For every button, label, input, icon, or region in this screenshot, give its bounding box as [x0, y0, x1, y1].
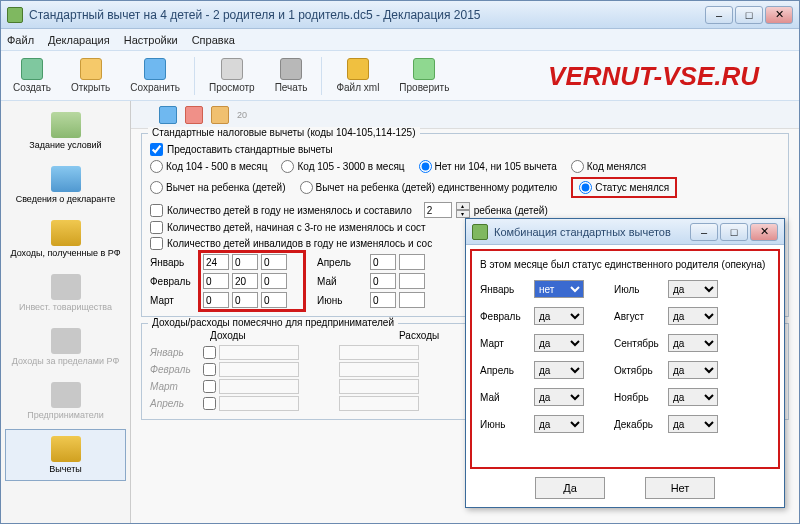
- sel-mar[interactable]: да: [534, 334, 584, 352]
- check-icon: [413, 58, 435, 80]
- dialog-minimize[interactable]: –: [690, 223, 718, 241]
- sel-feb[interactable]: да: [534, 307, 584, 325]
- sel-jul[interactable]: да: [668, 280, 718, 298]
- may-v1[interactable]: [370, 273, 396, 289]
- month-mar-label: Март: [150, 295, 200, 306]
- mini-tool-1[interactable]: [159, 106, 177, 124]
- invest-icon: [51, 274, 81, 300]
- entr-jan-expense[interactable]: [339, 345, 419, 360]
- may-v2[interactable]: [399, 273, 425, 289]
- apr-v2[interactable]: [399, 254, 425, 270]
- view-button[interactable]: Просмотр: [203, 56, 261, 95]
- sel-nov[interactable]: да: [668, 388, 718, 406]
- income-icon: [51, 220, 81, 246]
- print-button[interactable]: Печать: [269, 56, 314, 95]
- sidebar-invest: Инвест. товарищества: [5, 267, 126, 319]
- dialog-icon: [472, 224, 488, 240]
- sidebar-entrepreneurs: Предприниматели: [5, 375, 126, 427]
- sel-jan[interactable]: нет: [534, 280, 584, 298]
- count2-checkbox[interactable]: [150, 221, 163, 234]
- jan-v2[interactable]: [232, 254, 258, 270]
- radio-status-changed[interactable]: Статус менялся: [571, 177, 677, 198]
- entr-mar-chk[interactable]: [203, 380, 216, 393]
- radio-child-single[interactable]: Вычет на ребенка (детей) единственному р…: [300, 181, 558, 194]
- close-button[interactable]: ✕: [765, 6, 793, 24]
- sel-dec[interactable]: да: [668, 415, 718, 433]
- sel-may[interactable]: да: [534, 388, 584, 406]
- no-button[interactable]: Нет: [645, 477, 715, 499]
- yes-button[interactable]: Да: [535, 477, 605, 499]
- menu-help[interactable]: Справка: [192, 34, 235, 46]
- jun-v2[interactable]: [399, 292, 425, 308]
- jun-v1[interactable]: [370, 292, 396, 308]
- print-icon: [280, 58, 302, 80]
- new-button[interactable]: Создать: [7, 56, 57, 95]
- radio-child[interactable]: Вычет на ребенка (детей): [150, 181, 286, 194]
- sel-aug[interactable]: да: [668, 307, 718, 325]
- sidebar-conditions[interactable]: Задание условий: [5, 105, 126, 157]
- spin-down[interactable]: ▾: [456, 210, 470, 218]
- jan-v3[interactable]: [261, 254, 287, 270]
- menu-file[interactable]: Файл: [7, 34, 34, 46]
- radio-104[interactable]: Код 104 - 500 в месяц: [150, 160, 267, 173]
- save-icon: [144, 58, 166, 80]
- mini-tool-2[interactable]: [185, 106, 203, 124]
- count3-checkbox[interactable]: [150, 237, 163, 250]
- entr-mar-expense[interactable]: [339, 379, 419, 394]
- sel-oct[interactable]: да: [668, 361, 718, 379]
- sidebar-declarant[interactable]: Сведения о декларанте: [5, 159, 126, 211]
- radio-changed[interactable]: Код менялся: [571, 160, 646, 173]
- sidebar-income-abroad: Доходы за пределами РФ: [5, 321, 126, 373]
- menu-settings[interactable]: Настройки: [124, 34, 178, 46]
- separator: [321, 57, 322, 95]
- sel-sep[interactable]: да: [668, 334, 718, 352]
- spin-up[interactable]: ▴: [456, 202, 470, 210]
- apr-v1[interactable]: [370, 254, 396, 270]
- children-count[interactable]: [424, 202, 452, 218]
- dialog-close[interactable]: ✕: [750, 223, 778, 241]
- maximize-button[interactable]: □: [735, 6, 763, 24]
- view-icon: [221, 58, 243, 80]
- open-button[interactable]: Открыть: [65, 56, 116, 95]
- menu-declaration[interactable]: Декларация: [48, 34, 110, 46]
- sidebar-income-rf[interactable]: Доходы, полученные в РФ: [5, 213, 126, 265]
- entr-apr-chk[interactable]: [203, 397, 216, 410]
- sel-apr[interactable]: да: [534, 361, 584, 379]
- sel-jun[interactable]: да: [534, 415, 584, 433]
- radio-none[interactable]: Нет ни 104, ни 105 вычета: [419, 160, 557, 173]
- feb-v2[interactable]: [232, 273, 258, 289]
- sidebar: Задание условий Сведения о декларанте До…: [1, 101, 131, 523]
- sidebar-deductions[interactable]: Вычеты: [5, 429, 126, 481]
- entr-jan-chk[interactable]: [203, 346, 216, 359]
- mar-v2[interactable]: [232, 292, 258, 308]
- entr-apr-income[interactable]: [219, 396, 299, 411]
- count1-checkbox[interactable]: [150, 204, 163, 217]
- entr-mar-income[interactable]: [219, 379, 299, 394]
- mini-tool-3[interactable]: [211, 106, 229, 124]
- entr-feb-expense[interactable]: [339, 362, 419, 377]
- dialog-maximize[interactable]: □: [720, 223, 748, 241]
- entr-jan-income[interactable]: [219, 345, 299, 360]
- child-radio-row: Вычет на ребенка (детей) Вычет на ребенк…: [150, 177, 780, 198]
- feb-v1[interactable]: [203, 273, 229, 289]
- dialog-message: В этом месяце был статус единственного р…: [480, 259, 770, 270]
- minimize-button[interactable]: –: [705, 6, 733, 24]
- provide-checkbox[interactable]: [150, 143, 163, 156]
- radio-105[interactable]: Код 105 - 3000 в месяц: [281, 160, 404, 173]
- jan-v1[interactable]: [203, 254, 229, 270]
- entr-feb-income[interactable]: [219, 362, 299, 377]
- entr-feb-chk[interactable]: [203, 363, 216, 376]
- open-icon: [80, 58, 102, 80]
- mar-v3[interactable]: [261, 292, 287, 308]
- feb-v3[interactable]: [261, 273, 287, 289]
- titlebar: Стандартный вычет на 4 детей - 2 родител…: [1, 1, 799, 29]
- save-button[interactable]: Сохранить: [124, 56, 186, 95]
- window-title: Стандартный вычет на 4 детей - 2 родител…: [29, 8, 705, 22]
- mar-v1[interactable]: [203, 292, 229, 308]
- xml-button[interactable]: Файл xml: [330, 56, 385, 95]
- entr-apr-expense[interactable]: [339, 396, 419, 411]
- check-button[interactable]: Проверить: [393, 56, 455, 95]
- watermark: VERNUT-VSE.RU: [548, 61, 759, 92]
- month-col-1: Январь Февраль Март: [150, 254, 287, 308]
- mini-label: 20: [237, 110, 247, 120]
